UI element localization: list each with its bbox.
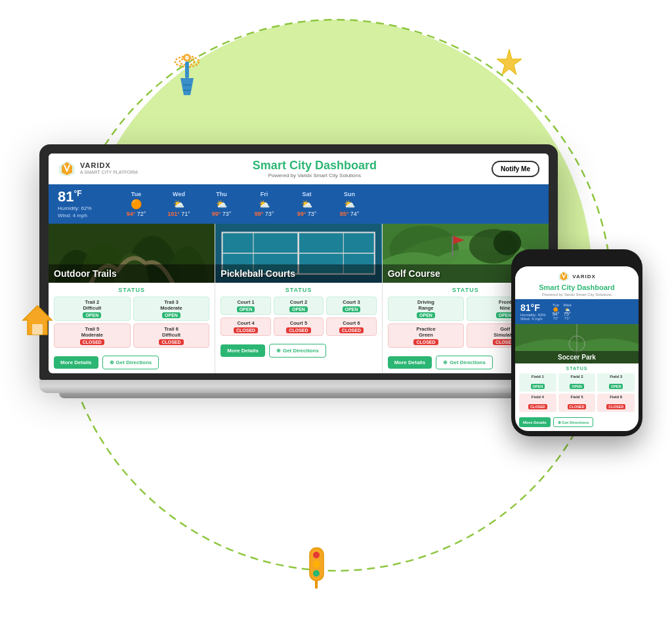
laptop-device: VARIDX A SMART CITY PLATFORM Smart City … <box>39 144 558 398</box>
court-6-status: Court 6 CLOSED <box>326 318 376 336</box>
trails-status-grid: Trail 2Difficult OPEN Trail 3Moderate OP… <box>54 297 209 348</box>
trails-label: Outdoor Trails <box>49 264 215 283</box>
scene: VARIDX A SMART CITY PLATFORM Smart City … <box>0 0 672 639</box>
dashboard-title: Smart City Dashboard <box>253 159 377 173</box>
laptop-screen-outer: VARIDX A SMART CITY PLATFORM Smart City … <box>39 144 558 380</box>
phone-status-grid: Field 1 OPEN Field 2 OPEN Field 3 OPEN <box>519 373 635 412</box>
phone-dashboard-title: Smart City Dashboard <box>539 283 615 291</box>
traffic-light-icon <box>302 545 331 593</box>
phone-forecast: Tue 🟠 94° 72° Wed ⛅ 75° 71° <box>553 303 572 320</box>
phone-outer: VARIDX Smart City Dashboard Powered by V… <box>511 249 642 436</box>
logo-text: VARIDX A SMART CITY PLATFORM <box>80 161 138 176</box>
svg-rect-11 <box>32 324 43 335</box>
phone-forecast-tue: Tue 🟠 94° 72° <box>553 303 560 320</box>
field-6-badge: CLOSED <box>606 404 625 409</box>
tower-icon <box>167 52 207 101</box>
phone-buttons: More Details ⊕ Get Directions <box>515 415 639 431</box>
trails-more-details-button[interactable]: More Details <box>54 356 98 369</box>
court-4-status: Court 4 CLOSED <box>220 318 270 336</box>
trails-image: Outdoor Trails <box>49 224 215 283</box>
pickleball-label: Pickleball Courts <box>215 264 381 283</box>
trails-get-directions-button[interactable]: ⊕ Get Directions <box>102 356 159 369</box>
brand-name: VARIDX <box>80 161 138 170</box>
svg-rect-22 <box>315 581 318 588</box>
svg-marker-4 <box>180 78 194 95</box>
court-1-status: Court 1 OPEN <box>220 297 270 315</box>
field-3-badge: OPEN <box>609 384 623 389</box>
driving-range-badge: OPEN <box>417 312 435 318</box>
court-2-badge: OPEN <box>289 306 308 312</box>
laptop-base-bottom <box>59 393 538 398</box>
phone-get-directions-button[interactable]: ⊕ Get Directions <box>553 417 594 427</box>
compass-icon-2: ⊕ <box>276 348 281 354</box>
phone-soccer-park-image: Soccer Park <box>515 324 639 363</box>
phone-device: VARIDX Smart City Dashboard Powered by V… <box>511 249 642 436</box>
phone-forecast-wed: Wed ⛅ 75° 71° <box>563 303 571 320</box>
trail-6-status: Trail 6Difficult CLOSED <box>133 323 210 348</box>
phone-wind: Wind: 4 mph <box>520 317 546 321</box>
field-4-badge: CLOSED <box>528 404 547 409</box>
field-2-badge: OPEN <box>570 384 584 389</box>
weather-humidity: Humidity: 62% <box>58 205 110 211</box>
forecast-wed: Wed ⛅ 101° 71° <box>161 191 197 217</box>
facilities-row: Outdoor Trails STATUS Trail 2Difficult O… <box>49 224 549 373</box>
trails-buttons: More Details ⊕ Get Directions <box>49 352 215 373</box>
practice-green-status: PracticeGreen CLOSED <box>388 323 465 348</box>
weather-forecast: Tue 🟠 94° 72° Wed ⛅ 101° 71° Thu <box>118 191 539 217</box>
current-temperature: 81°F <box>58 190 110 204</box>
svg-rect-6 <box>183 89 191 91</box>
phone-weather-bar: 81°F Humidity: 62% Wind: 4 mph Tue 🟠 94°… <box>515 299 639 324</box>
court-3-badge: OPEN <box>343 306 361 312</box>
phone-open-row: Field 1 OPEN Field 2 OPEN Field 3 OPEN <box>519 373 635 392</box>
svg-marker-9 <box>497 49 522 75</box>
trails-closed-row: Trail 5Moderate CLOSED Trail 6Difficult … <box>54 323 209 348</box>
dashboard-container: VARIDX A SMART CITY PLATFORM Smart City … <box>49 154 549 373</box>
pickleball-buttons: More Details ⊕ Get Directions <box>215 340 381 361</box>
phone-brand-name: VARIDX <box>572 274 596 279</box>
court-5-status: Court 5 CLOSED <box>274 318 324 336</box>
pickleball-more-details-button[interactable]: More Details <box>220 344 265 357</box>
svg-point-8 <box>185 56 189 60</box>
field-4-status: Field 4 CLOSED <box>519 394 556 412</box>
svg-point-19 <box>313 552 320 558</box>
notify-me-button[interactable]: Notify Me <box>492 161 539 177</box>
pickleball-status-grid: Court 1 OPEN Court 2 OPEN Co <box>220 297 376 336</box>
phone-notch <box>557 255 597 264</box>
phone-more-details-button[interactable]: More Details <box>519 417 551 427</box>
compass-icon-3: ⊕ <box>443 360 448 365</box>
phone-closed-row: Field 4 CLOSED Field 5 CLOSED Field 6 CL… <box>519 394 635 412</box>
forecast-thu: Thu ⛅ 99° 73° <box>203 191 240 217</box>
phone-current-weather: 81°F Humidity: 62% Wind: 4 mph <box>520 302 546 321</box>
svg-point-21 <box>313 570 320 577</box>
facility-card-pickleball: Pickleball Courts STATUS Court 1 OPEN <box>215 224 382 373</box>
field-6-status: Field 6 CLOSED <box>597 394 635 412</box>
forecast-tue: Tue 🟠 94° 72° <box>118 191 154 217</box>
golf-more-details-button[interactable]: More Details <box>388 356 432 369</box>
phone-dashboard-header: VARIDX Smart City Dashboard Powered by V… <box>515 266 639 299</box>
phone-dashboard-subtitle: Powered by Varidx Smart City Solutions <box>542 293 612 297</box>
court-3-status: Court 3 OPEN <box>326 297 376 315</box>
practice-green-badge: CLOSED <box>413 339 438 345</box>
weather-wind: Wind: 4 mph <box>58 213 110 218</box>
brand-tagline: A SMART CITY PLATFORM <box>80 170 138 175</box>
svg-rect-3 <box>185 62 189 78</box>
driving-range-status: DrivingRange OPEN <box>388 297 465 321</box>
phone-temperature: 81°F <box>520 302 546 313</box>
golf-get-directions-button[interactable]: ⊕ Get Directions <box>436 356 493 369</box>
facility-card-trails: Outdoor Trails STATUS Trail 2Difficult O… <box>49 224 215 373</box>
laptop-base <box>39 380 558 393</box>
trail-5-badge: CLOSED <box>80 339 104 345</box>
field-2-status: Field 2 OPEN <box>558 373 596 392</box>
current-weather: 81°F Humidity: 62% Wind: 4 mph <box>58 190 110 218</box>
court-2-status: Court 2 OPEN <box>274 297 324 315</box>
svg-rect-5 <box>183 84 191 86</box>
court-1-badge: OPEN <box>237 306 255 312</box>
phone-varidx-logo <box>558 270 570 282</box>
pickleball-status: STATUS Court 1 OPEN Court 2 <box>215 283 381 340</box>
field-1-badge: OPEN <box>531 384 545 389</box>
house-icon <box>20 302 56 340</box>
court-4-badge: CLOSED <box>234 327 258 333</box>
trails-open-row: Trail 2Difficult OPEN Trail 3Moderate OP… <box>54 297 209 321</box>
court-6-badge: CLOSED <box>339 327 364 333</box>
pickleball-get-directions-button[interactable]: ⊕ Get Directions <box>269 344 326 358</box>
